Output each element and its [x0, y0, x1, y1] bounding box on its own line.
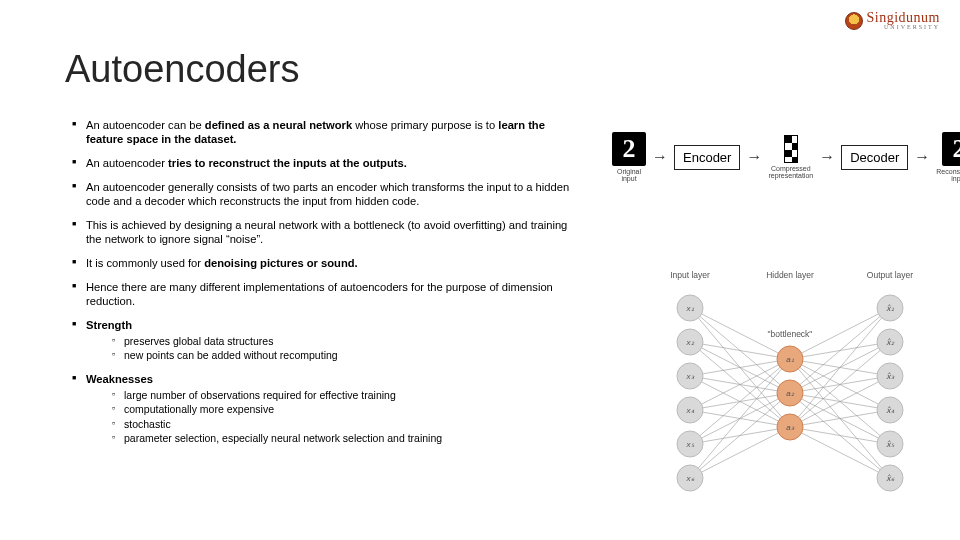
arrow-icon: →: [652, 148, 668, 166]
bullet-item: Weaknesseslarge number of observations r…: [72, 372, 572, 445]
svg-text:Output layer: Output layer: [867, 270, 913, 280]
logo-crest-icon: [845, 12, 863, 30]
decoder-block: Decoder: [841, 145, 908, 170]
bullet-list: An autoencoder can be defined as a neura…: [72, 118, 572, 445]
svg-line-35: [790, 427, 890, 478]
svg-text:Input layer: Input layer: [670, 270, 710, 280]
svg-text:Hidden layer: Hidden layer: [766, 270, 814, 280]
svg-line-25: [790, 359, 890, 444]
reconstructed-caption: Reconstructed input: [936, 168, 960, 183]
svg-line-30: [690, 359, 790, 478]
bullet-item: An autoencoder tries to reconstruct the …: [72, 156, 572, 170]
svg-line-34: [690, 427, 790, 478]
sub-bullet-item: parameter selection, especially neural n…: [112, 432, 572, 445]
university-logo: Singidunum UNIVERSITY: [845, 12, 940, 30]
compressed-caption: Compressed representation: [768, 165, 813, 180]
svg-text:x₄: x₄: [686, 406, 695, 415]
svg-text:"bottleneck": "bottleneck": [768, 329, 813, 339]
svg-text:x̂₄: x̂₄: [886, 406, 895, 415]
bullet-item: This is achieved by designing a neural n…: [72, 218, 572, 246]
sub-bullet-item: computationally more expensive: [112, 403, 572, 416]
original-caption: Original input: [612, 168, 646, 183]
svg-line-6: [690, 342, 790, 359]
sub-bullet-item: preserves global data structures: [112, 335, 572, 348]
svg-line-13: [790, 359, 890, 376]
svg-text:x̂₆: x̂₆: [886, 474, 895, 483]
sub-bullet-item: stochastic: [112, 418, 572, 431]
slide-body: An autoencoder can be defined as a neura…: [72, 118, 572, 455]
reconstructed-digit-icon: 2: [942, 132, 960, 166]
network-diagram: Input layerHidden layerOutput layer"bott…: [640, 260, 940, 520]
svg-line-7: [790, 342, 890, 359]
bullet-item: Hence there are many different implement…: [72, 280, 572, 308]
svg-text:a₂: a₂: [786, 389, 794, 398]
bullet-item: Strengthpreserves global data structures…: [72, 318, 572, 362]
sub-bullet-item: large number of observations required fo…: [112, 389, 572, 402]
bullet-item: An autoencoder can be defined as a neura…: [72, 118, 572, 146]
svg-line-31: [790, 359, 890, 478]
arrow-icon: →: [819, 148, 835, 166]
slide-title: Autoencoders: [65, 48, 300, 91]
logo-sub: UNIVERSITY: [867, 25, 940, 30]
svg-text:x₁: x₁: [686, 304, 694, 313]
svg-line-19: [790, 359, 890, 410]
sub-bullet-list: large number of observations required fo…: [112, 389, 572, 445]
autoencoder-pipeline-figure: 2 Original input → Encoder → Compressed …: [612, 132, 942, 183]
svg-line-33: [790, 393, 890, 478]
svg-text:x̂₂: x̂₂: [886, 338, 895, 347]
compressed-icon: [784, 135, 798, 163]
sub-bullet-list: preserves global data structuresnew poin…: [112, 335, 572, 362]
svg-text:x̂₃: x̂₃: [886, 372, 895, 381]
svg-line-24: [690, 359, 790, 444]
sub-bullet-item: new points can be added without recomput…: [112, 349, 572, 362]
svg-line-18: [690, 359, 790, 410]
svg-text:a₁: a₁: [786, 355, 793, 364]
svg-text:a₃: a₃: [786, 423, 794, 432]
svg-line-32: [690, 393, 790, 478]
logo-name: Singidunum: [867, 12, 940, 25]
svg-text:x₆: x₆: [686, 474, 695, 483]
svg-text:x₃: x₃: [686, 372, 695, 381]
bullet-item: It is commonly used for denoising pictur…: [72, 256, 572, 270]
arrow-icon: →: [746, 148, 762, 166]
original-digit-icon: 2: [612, 132, 646, 166]
svg-text:x̂₁: x̂₁: [886, 304, 894, 313]
encoder-block: Encoder: [674, 145, 740, 170]
arrow-icon: →: [914, 148, 930, 166]
svg-text:x₂: x₂: [686, 338, 695, 347]
svg-text:x̂₅: x̂₅: [886, 440, 895, 449]
svg-line-12: [690, 359, 790, 376]
svg-text:x₅: x₅: [686, 440, 695, 449]
bullet-item: An autoencoder generally consists of two…: [72, 180, 572, 208]
